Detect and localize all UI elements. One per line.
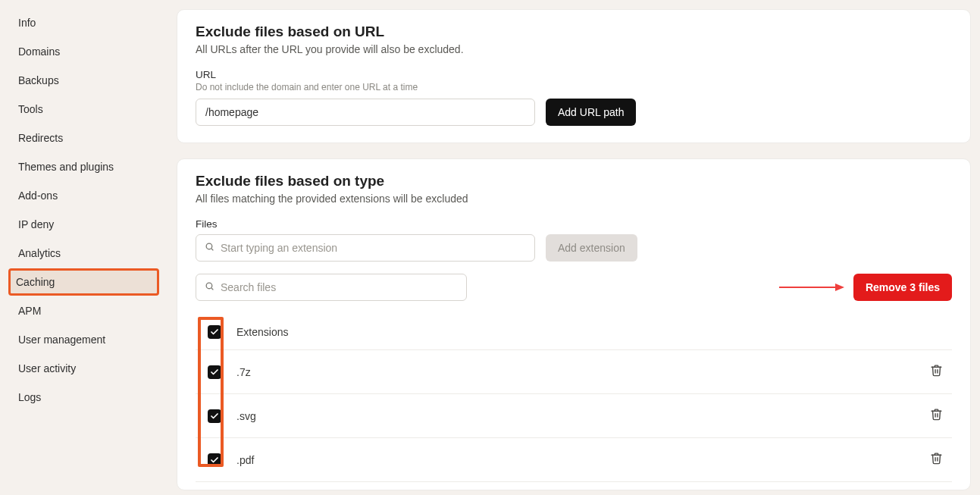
row-checkbox[interactable] [208,453,221,467]
extension-input[interactable] [196,234,535,262]
sidebar-item-themes-and-plugins[interactable]: Themes and plugins [11,153,157,180]
sidebar-item-label: Backups [18,74,59,86]
sidebar: Info Domains Backups Tools Redirects The… [0,0,163,495]
search-files-input[interactable] [196,274,467,301]
url-input[interactable] [196,99,535,126]
sidebar-item-info[interactable]: Info [11,9,157,36]
svg-marker-5 [835,284,844,291]
sidebar-item-label: IP deny [18,218,54,230]
sidebar-item-apm[interactable]: APM [11,297,157,324]
table-row: .svg [196,394,952,438]
sidebar-item-analytics[interactable]: Analytics [11,240,157,267]
sidebar-item-label: Info [18,17,36,29]
row-checkbox[interactable] [208,365,221,379]
sidebar-item-domains[interactable]: Domains [11,38,157,65]
delete-row-button[interactable] [927,405,946,427]
table-row: .7z [196,350,952,394]
sidebar-item-logs[interactable]: Logs [11,384,157,411]
sidebar-item-caching[interactable]: Caching [8,268,159,296]
url-field-help: Do not include the domain and enter one … [196,82,952,92]
exclude-url-description: All URLs after the URL you provide will … [196,43,952,55]
sidebar-item-label: APM [18,305,41,317]
exclude-type-description: All files matching the provided extensio… [196,193,952,205]
main-content: Exclude files based on URL All URLs afte… [163,0,980,495]
sidebar-item-label: Logs [18,391,41,403]
sidebar-item-redirects[interactable]: Redirects [11,124,157,152]
sidebar-item-ip-deny[interactable]: IP deny [11,211,157,238]
table-header-row: Extensions [196,315,952,350]
sidebar-item-user-management[interactable]: User management [11,326,157,353]
url-field-label: URL [196,69,952,80]
table-row: .pdf [196,438,952,482]
select-all-checkbox[interactable] [208,325,221,339]
extension-cell: .7z [236,366,927,378]
sidebar-item-label: Add-ons [18,190,58,202]
extensions-table: Extensions .7z .svg [196,315,952,482]
sidebar-item-label: Redirects [18,132,63,144]
exclude-type-title: Exclude files based on type [196,173,952,190]
delete-row-button[interactable] [927,449,946,471]
sidebar-item-tools[interactable]: Tools [11,96,157,123]
extensions-column-header: Extensions [236,326,946,338]
add-extension-button[interactable]: Add extension [546,234,637,262]
sidebar-item-label: Analytics [18,247,61,259]
delete-row-button[interactable] [927,361,946,383]
exclude-type-card: Exclude files based on type All files ma… [177,158,971,490]
files-field-label: Files [196,218,952,230]
exclude-url-title: Exclude files based on URL [196,23,952,40]
row-checkbox[interactable] [208,409,221,423]
sidebar-item-label: Themes and plugins [18,161,114,173]
sidebar-item-user-activity[interactable]: User activity [11,355,157,382]
remove-files-button[interactable]: Remove 3 files [853,274,952,301]
extension-cell: .pdf [236,454,927,466]
sidebar-item-label: Caching [16,276,55,288]
extension-cell: .svg [236,410,927,422]
sidebar-item-backups[interactable]: Backups [11,67,157,94]
arrow-annotation-icon [779,282,844,293]
sidebar-item-label: User management [18,334,105,346]
sidebar-item-add-ons[interactable]: Add-ons [11,182,157,209]
sidebar-item-label: Tools [18,103,43,115]
exclude-url-card: Exclude files based on URL All URLs afte… [177,9,971,143]
sidebar-item-label: Domains [18,45,60,58]
add-url-path-button[interactable]: Add URL path [546,99,636,126]
sidebar-item-label: User activity [18,362,76,374]
